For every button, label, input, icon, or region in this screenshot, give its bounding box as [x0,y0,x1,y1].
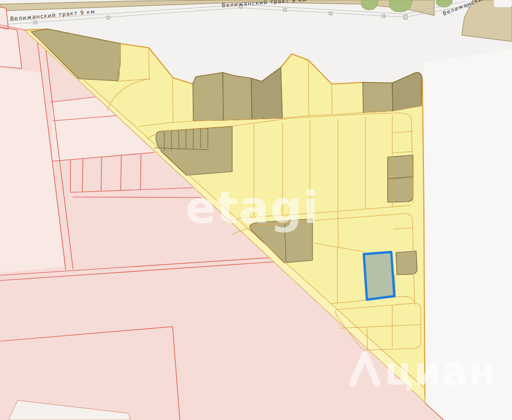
map-canvas[interactable]: Велижанский тракт 9 км Велижанский тракт… [0,0,512,420]
etagi-watermark: etagi [186,181,320,233]
building-footprint [494,0,512,7]
cian-watermark: циан [385,349,496,394]
vegetation-plot[interactable] [193,73,223,121]
selected-plot[interactable] [364,252,394,300]
vegetation-plot[interactable] [388,177,413,202]
vegetation-plot[interactable] [363,82,393,113]
vegetation-plot[interactable] [388,155,413,179]
vegetation-plot[interactable] [223,73,252,120]
cadastral-map-view[interactable]: Велижанский тракт 9 км Велижанский тракт… [0,0,512,420]
